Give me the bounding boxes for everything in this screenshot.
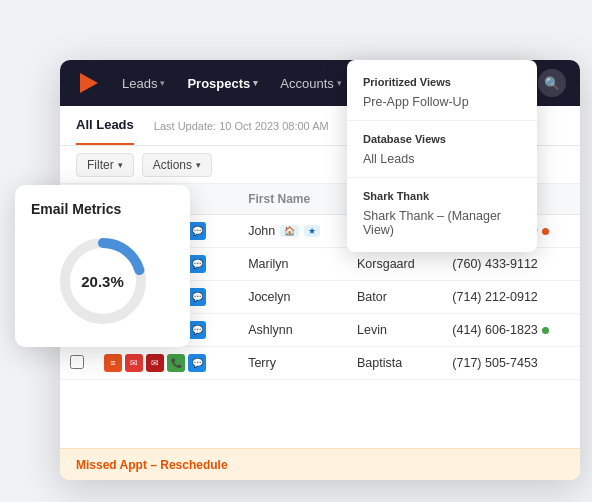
chevron-down-icon: ▾ <box>118 160 123 170</box>
svg-marker-0 <box>80 73 98 93</box>
actions-button[interactable]: Actions ▾ <box>142 153 212 177</box>
phone-icon[interactable]: 📞 <box>167 354 185 372</box>
chevron-down-icon: ▾ <box>337 78 342 88</box>
row-phone-cell: (717) 505-7453 <box>442 347 580 380</box>
row-firstname-cell: Jocelyn <box>238 281 347 314</box>
nav-item-prospects[interactable]: Prospects ▾ <box>179 72 266 95</box>
dropdown-item-preapp[interactable]: Pre-App Follow-Up <box>347 90 537 114</box>
row-phone-cell: (760) 433-9112 <box>442 248 580 281</box>
action-icons-group: ≡✉✉📞💬 <box>104 354 228 372</box>
tab-all-leads[interactable]: All Leads <box>76 106 134 145</box>
row-checkbox[interactable] <box>70 355 84 369</box>
row-firstname-cell: Terry <box>238 347 347 380</box>
chat-icon[interactable]: 💬 <box>188 255 206 273</box>
menu-icon[interactable]: ≡ <box>104 354 122 372</box>
chat-icon[interactable]: 💬 <box>188 288 206 306</box>
email-metrics-title: Email Metrics <box>31 201 174 217</box>
filter-button[interactable]: Filter ▾ <box>76 153 134 177</box>
row-phone-cell: (714) 212-0912 <box>442 281 580 314</box>
search-button[interactable]: 🔍 <box>538 69 566 97</box>
row-lastname-cell: Baptista <box>347 347 442 380</box>
status-dot-green <box>542 327 549 334</box>
dropdown-section-title-2: Database Views <box>347 127 537 147</box>
status-label: Missed Appt – Reschedule <box>76 458 228 472</box>
dropdown-item-sharkthank[interactable]: Shark Thank – (Manager View) <box>347 204 537 242</box>
firstname-text: Terry <box>248 356 276 370</box>
app-logo <box>74 69 102 97</box>
row-actions-cell: ≡✉✉📞💬 <box>94 347 238 380</box>
name-cell: Ashlynn <box>248 323 337 337</box>
phone-text: (717) 505-7453 <box>452 356 537 370</box>
row-firstname-cell: Ashlynn <box>238 314 347 347</box>
row-phone-cell: (414) 606-1823 <box>442 314 580 347</box>
last-update-label: Last Update: 10 Oct 2023 08:00 AM <box>154 120 329 132</box>
col-firstname: First Name <box>238 184 347 215</box>
firstname-text: Jocelyn <box>248 290 290 304</box>
firstname-text: John <box>248 224 275 238</box>
name-badge-alt: ★ <box>304 225 320 237</box>
dropdown-item-allleads[interactable]: All Leads <box>347 147 537 171</box>
table-row: ≡✉✉📞💬TerryBaptista(717) 505-7453 <box>60 347 580 380</box>
dropdown-section-title-3: Shark Thank <box>347 184 537 204</box>
row-checkbox-cell <box>60 347 94 380</box>
row-firstname-cell: John🏠★ <box>238 215 347 248</box>
row-lastname-cell: Levin <box>347 314 442 347</box>
name-cell: John🏠★ <box>248 224 337 238</box>
email-icon[interactable]: ✉ <box>125 354 143 372</box>
firstname-text: Ashlynn <box>248 323 292 337</box>
nav-item-leads[interactable]: Leads ▾ <box>114 72 173 95</box>
chevron-down-icon: ▾ <box>253 78 258 88</box>
email-metrics-card: Email Metrics 20.3% <box>15 185 190 347</box>
dropdown-section-title-1: Prioritized Views <box>347 70 537 90</box>
name-cell: Jocelyn <box>248 290 337 304</box>
dropdown-menu: Prioritized Views Pre-App Follow-Up Data… <box>347 60 537 252</box>
chevron-down-icon: ▾ <box>160 78 165 88</box>
chat-icon[interactable]: 💬 <box>188 222 206 240</box>
dropdown-divider-1 <box>347 120 537 121</box>
name-cell: Terry <box>248 356 337 370</box>
donut-wrapper: 20.3% <box>31 231 174 331</box>
phone-text: (760) 433-9112 <box>452 257 537 271</box>
chevron-down-icon: ▾ <box>196 160 201 170</box>
status-dot-orange <box>542 228 549 235</box>
status-bar: Missed Appt – Reschedule <box>60 448 580 480</box>
name-badge: 🏠 <box>280 225 299 237</box>
name-cell: Marilyn <box>248 257 337 271</box>
donut-chart: 20.3% <box>53 231 153 331</box>
donut-percentage: 20.3% <box>81 273 124 290</box>
phone-text: (414) 606-1823 <box>452 323 537 337</box>
nav-item-accounts[interactable]: Accounts ▾ <box>272 72 349 95</box>
chat-icon[interactable]: 💬 <box>188 321 206 339</box>
chat-icon[interactable]: 💬 <box>188 354 206 372</box>
phone-text: (714) 212-0912 <box>452 290 537 304</box>
dropdown-divider-2 <box>347 177 537 178</box>
firstname-text: Marilyn <box>248 257 288 271</box>
row-lastname-cell: Bator <box>347 281 442 314</box>
email-alt-icon[interactable]: ✉ <box>146 354 164 372</box>
row-firstname-cell: Marilyn <box>238 248 347 281</box>
row-lastname-cell: Korsgaard <box>347 248 442 281</box>
